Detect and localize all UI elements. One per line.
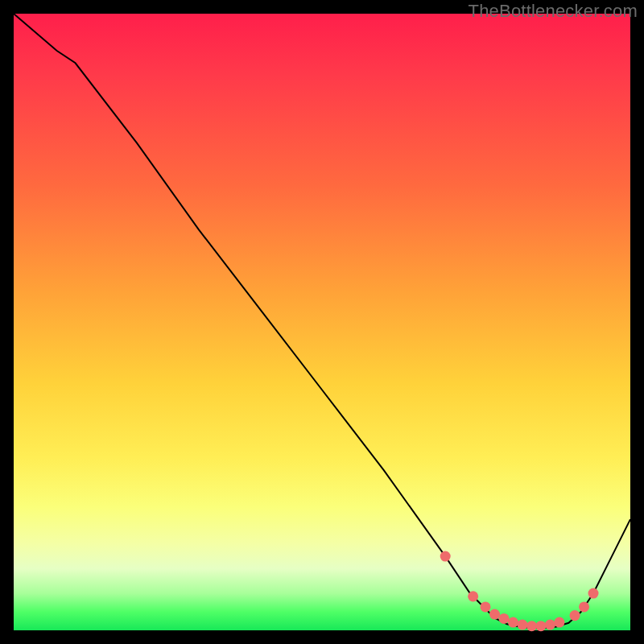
highlight-dot (545, 620, 555, 630)
highlight-dot (480, 601, 490, 612)
highlight-dot (489, 609, 500, 620)
highlight-dot (468, 591, 478, 601)
highlight-dot (498, 613, 509, 624)
highlight-dot (508, 617, 518, 628)
highlight-dot (554, 617, 564, 628)
marker-group (440, 551, 599, 632)
highlight-dot (517, 620, 527, 630)
watermark-text: TheBottlenecker.com (469, 1, 638, 22)
chart-overlay (14, 14, 630, 630)
highlight-dot (570, 610, 580, 621)
curve-group (14, 14, 630, 628)
highlight-dot (579, 601, 589, 612)
highlight-dot (588, 588, 599, 599)
chart-frame: TheBottlenecker.com (0, 0, 644, 644)
highlight-dot (535, 621, 546, 631)
bottleneck-curve (14, 14, 630, 628)
highlight-dot (440, 551, 451, 562)
highlight-dot (526, 621, 537, 631)
